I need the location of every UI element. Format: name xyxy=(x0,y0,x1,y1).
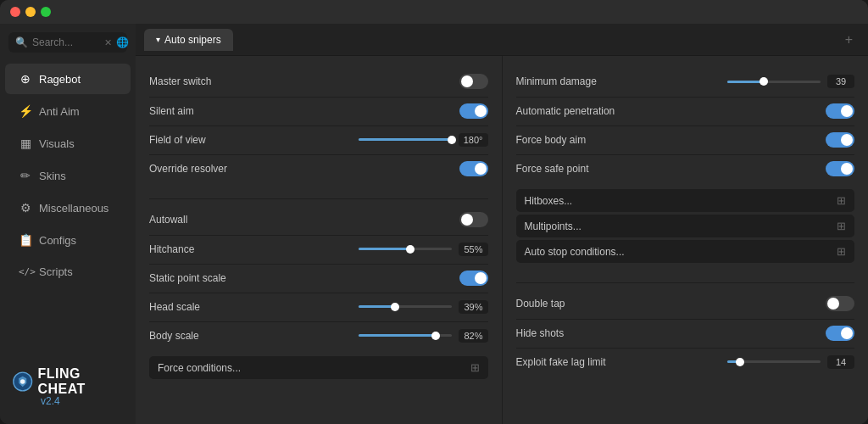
svg-point-1 xyxy=(20,379,25,383)
head-scale-slider-wrap: 39% xyxy=(359,300,487,314)
sidebar-item-label: Skins xyxy=(39,170,66,182)
multipoints-button[interactable]: Multipoints... ⊞ xyxy=(516,215,855,237)
logo-icon xyxy=(12,370,33,393)
close-button[interactable] xyxy=(10,7,20,17)
row-head-scale: Head scale 39% xyxy=(149,293,488,320)
sidebar-item-anti-aim[interactable]: ⚡ Anti Aim xyxy=(5,96,131,126)
field-of-view-fill xyxy=(359,138,452,141)
row-hide-shots: Hide shots xyxy=(516,319,855,346)
sidebar-item-miscellaneous[interactable]: ⚙ Miscellaneous xyxy=(5,192,131,223)
title-bar xyxy=(0,0,868,24)
main-window: 🔍 ✕ 🌐 ⊕ Ragebot ⚡ Anti Aim ▦ Visuals ✏ S… xyxy=(0,0,868,424)
grid-btns-wrap: Hitboxes... ⊞ Multipoints... ⊞ Auto stop… xyxy=(516,187,855,265)
exploit-fake-lag-label: Exploit fake lag limit xyxy=(516,356,606,368)
exploit-fake-lag-thumb[interactable] xyxy=(736,358,744,366)
sidebar-item-label: Miscellaneous xyxy=(39,202,108,215)
force-safe-point-toggle[interactable] xyxy=(826,161,854,176)
grid-icon: ⊞ xyxy=(470,361,480,374)
sidebar-item-label: Anti Aim xyxy=(39,105,80,118)
logo-area: FLING CHEAT v2.4 xyxy=(0,354,136,416)
add-tab-button[interactable]: + xyxy=(838,29,860,51)
search-input[interactable] xyxy=(32,36,100,48)
row-force-safe-point: Force safe point xyxy=(516,154,855,181)
autowall-toggle[interactable] xyxy=(459,212,488,227)
automatic-penetration-toggle[interactable] xyxy=(826,103,854,119)
maximize-button[interactable] xyxy=(41,7,51,17)
autowall-label: Autowall xyxy=(149,214,187,226)
tab-bar: ▾ Auto snipers + xyxy=(136,24,868,56)
field-of-view-slider-wrap: 180° xyxy=(359,133,488,147)
static-point-scale-toggle[interactable] xyxy=(459,271,488,286)
body-scale-value: 82% xyxy=(459,329,487,343)
tab-auto-snipers[interactable]: ▾ Auto snipers xyxy=(144,29,233,51)
field-of-view-label: Field of view xyxy=(149,134,206,146)
force-conditions-label: Force conditions... xyxy=(158,362,241,374)
row-autowall: Autowall xyxy=(149,206,488,233)
sidebar-item-label: Ragebot xyxy=(39,73,81,86)
hitboxes-grid-icon: ⊞ xyxy=(837,194,846,207)
hitboxes-button[interactable]: Hitboxes... ⊞ xyxy=(516,189,855,212)
main-panel: ▾ Auto snipers + Master switch Silent ai… xyxy=(136,24,868,424)
sidebar-item-scripts[interactable]: </> Scripts xyxy=(5,257,131,287)
row-body-scale: Body scale 82% xyxy=(149,321,488,349)
search-icon: 🔍 xyxy=(15,36,28,48)
auto-stop-conditions-label: Auto stop conditions... xyxy=(525,246,625,258)
hitchance-track[interactable] xyxy=(359,248,452,250)
head-scale-thumb[interactable] xyxy=(391,303,399,311)
row-automatic-penetration: Automatic penetration xyxy=(516,97,855,124)
field-of-view-value: 180° xyxy=(459,133,488,147)
body-scale-track[interactable] xyxy=(359,334,452,337)
minimum-damage-slider-wrap: 39 xyxy=(727,75,854,88)
force-body-aim-toggle[interactable] xyxy=(826,132,854,148)
body-scale-thumb[interactable] xyxy=(431,332,440,340)
exploit-fake-lag-track[interactable] xyxy=(727,360,821,363)
body-scale-slider-wrap: 82% xyxy=(359,329,487,343)
static-point-scale-label: Static point scale xyxy=(149,272,226,284)
auto-stop-grid-icon: ⊞ xyxy=(837,245,846,258)
sidebar-item-visuals[interactable]: ▦ Visuals xyxy=(5,128,131,159)
sidebar-item-label: Visuals xyxy=(39,137,75,150)
tab-label: Auto snipers xyxy=(164,34,221,46)
field-of-view-thumb[interactable] xyxy=(448,136,456,144)
scripts-icon: </> xyxy=(19,266,32,277)
auto-stop-conditions-button[interactable]: Auto stop conditions... ⊞ xyxy=(516,240,855,263)
hitboxes-label: Hitboxes... xyxy=(525,195,573,207)
clear-search-icon[interactable]: ✕ xyxy=(104,37,112,48)
globe-icon: 🌐 xyxy=(116,36,129,48)
silent-aim-label: Silent aim xyxy=(149,105,194,117)
logo: FLING CHEAT xyxy=(12,366,124,397)
right-column: Minimum damage 39 Automatic penetration xyxy=(503,56,869,424)
automatic-penetration-label: Automatic penetration xyxy=(516,105,615,117)
head-scale-value: 39% xyxy=(459,300,487,314)
hitchance-thumb[interactable] xyxy=(406,245,415,254)
content-area: 🔍 ✕ 🌐 ⊕ Ragebot ⚡ Anti Aim ▦ Visuals ✏ S… xyxy=(0,24,868,424)
head-scale-track[interactable] xyxy=(359,305,452,308)
row-force-body-aim: Force body aim xyxy=(516,126,855,153)
override-resolver-toggle[interactable] xyxy=(459,161,488,176)
double-tap-label: Double tap xyxy=(516,298,565,310)
panel-content: Master switch Silent aim Field of view xyxy=(136,56,868,424)
sidebar-item-configs[interactable]: 📋 Configs xyxy=(5,225,131,255)
force-conditions-btn-wrap: Force conditions... ⊞ xyxy=(149,354,488,382)
silent-aim-toggle[interactable] xyxy=(459,103,488,119)
sidebar-item-skins[interactable]: ✏ Skins xyxy=(5,160,131,191)
row-field-of-view: Field of view 180° xyxy=(149,126,488,153)
sidebar: 🔍 ✕ 🌐 ⊕ Ragebot ⚡ Anti Aim ▦ Visuals ✏ S… xyxy=(0,24,136,424)
tab-chevron-icon: ▾ xyxy=(156,35,160,44)
row-minimum-damage: Minimum damage 39 xyxy=(516,68,855,95)
force-conditions-button[interactable]: Force conditions... ⊞ xyxy=(149,356,488,379)
sidebar-item-ragebot[interactable]: ⊕ Ragebot xyxy=(5,64,131,94)
logo-text: FLING CHEAT xyxy=(37,366,124,397)
field-of-view-track[interactable] xyxy=(359,138,452,141)
multipoints-grid-icon: ⊞ xyxy=(837,220,846,232)
sidebar-item-label: Configs xyxy=(39,234,76,247)
minimum-damage-track[interactable] xyxy=(727,81,821,83)
master-switch-toggle[interactable] xyxy=(459,74,488,89)
search-bar[interactable]: 🔍 ✕ 🌐 xyxy=(8,32,127,53)
double-tap-toggle[interactable] xyxy=(826,296,854,311)
minimize-button[interactable] xyxy=(25,7,36,17)
hide-shots-toggle[interactable] xyxy=(826,326,854,341)
hitchance-slider-wrap: 55% xyxy=(359,243,487,256)
body-scale-label: Body scale xyxy=(149,330,199,342)
minimum-damage-thumb[interactable] xyxy=(760,77,768,86)
